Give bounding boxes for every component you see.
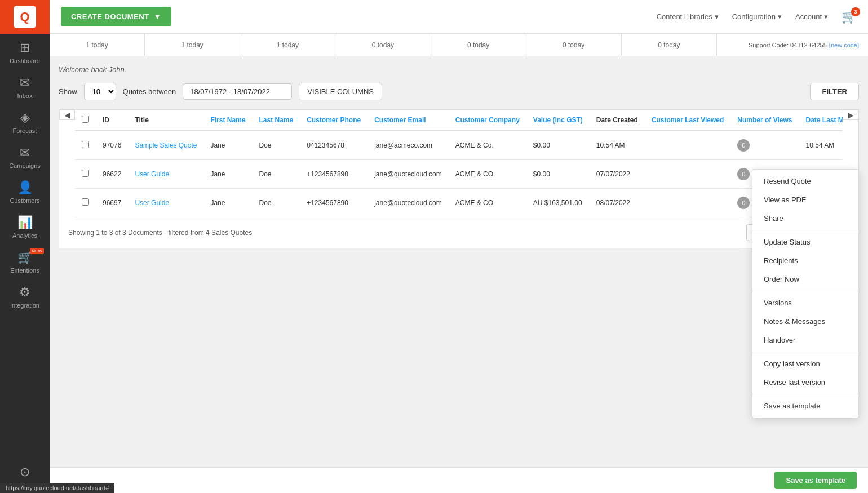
create-document-button[interactable]: CREATE DOCUMENT ▼: [61, 7, 171, 26]
integration-icon: ⚙: [19, 285, 30, 300]
show-label: Show: [59, 87, 77, 96]
configuration-arrow: ▾: [778, 12, 782, 21]
new-code-link[interactable]: [new code]: [829, 42, 859, 48]
table-nav-left[interactable]: ◀: [59, 110, 75, 120]
menu-share[interactable]: Share: [752, 209, 858, 228]
row-company-1: ACME & CO.: [449, 160, 526, 189]
menu-notes-messages[interactable]: Notes & Messages: [752, 312, 858, 331]
row-value-2: AU $163,501.00: [526, 189, 590, 217]
visible-columns-button[interactable]: VISIBLE COLUMNS: [299, 83, 382, 100]
new-badge: NEW: [30, 248, 44, 254]
save-as-template-button[interactable]: Save as template: [774, 472, 857, 489]
row-lastname-0: Doe: [252, 131, 300, 160]
status-bottom-bar: Save as template: [50, 467, 868, 493]
content-libraries-menu[interactable]: Content Libraries ▾: [657, 12, 719, 21]
sidebar-item-campaigns[interactable]: ✉ Campaigns: [0, 139, 50, 174]
col-id: ID: [96, 110, 128, 131]
account-arrow: ▾: [824, 12, 828, 21]
col-email: Customer Email: [367, 110, 449, 131]
sidebar-item-extentions[interactable]: 🛒 NEW Extentions: [0, 243, 50, 278]
row-title-0: Sample Sales Quote: [128, 131, 203, 160]
sidebar-item-customers[interactable]: 👤 Customers: [0, 174, 50, 208]
logo[interactable]: Q: [0, 0, 50, 34]
documents-table: ID Title First Name Last Name Customer P…: [75, 110, 843, 217]
select-all-checkbox[interactable]: [82, 116, 89, 123]
col-value: Value (inc GST): [526, 110, 590, 131]
sidebar-item-label: Integration: [10, 302, 39, 309]
context-menu: Resend Quote View as PDF Share Update St…: [752, 169, 859, 418]
row-title-1: User Guide: [128, 160, 203, 189]
content-libraries-arrow: ▾: [715, 12, 719, 21]
col-date-created: Date Created: [590, 110, 645, 131]
showing-text: Showing 1 to 3 of 3 Documents - filtered…: [68, 229, 252, 237]
views-badge-2: 0: [737, 197, 750, 209]
views-badge-0: 0: [737, 139, 750, 152]
menu-handover[interactable]: Handover: [752, 331, 858, 349]
sidebar-item-label: Extentions: [10, 267, 39, 274]
date-range-input[interactable]: [183, 83, 292, 100]
filter-button[interactable]: FILTER: [810, 83, 859, 100]
sidebar-item-label: Forecast: [13, 127, 37, 134]
sidebar-item-label: Analytics: [12, 232, 37, 239]
cart-button[interactable]: 🛒 3: [842, 10, 857, 24]
sidebar-item-inbox[interactable]: ✉ Inbox: [0, 69, 50, 104]
views-badge-1: 0: [737, 168, 750, 180]
row-checkbox-2[interactable]: [82, 198, 89, 206]
page-area: Welcome back John. Show 10 25 50 Quotes …: [50, 56, 868, 493]
col-views: Number of Views: [730, 110, 799, 131]
menu-copy-last-version[interactable]: Copy last version: [752, 354, 858, 373]
sidebar-item-analytics[interactable]: 📊 Analytics: [0, 208, 50, 243]
sidebar-item-label: Dashboard: [10, 57, 40, 64]
sidebar-item-forecast[interactable]: ◈ Forecast: [0, 104, 50, 139]
table-nav-right[interactable]: ▶: [843, 110, 858, 120]
stats-bar: 1 today 1 today 1 today 0 today 0 today …: [50, 34, 868, 56]
menu-order-now[interactable]: Order Now: [752, 270, 858, 288]
row-firstname-1: Jane: [203, 160, 252, 189]
row-date-created-2: 08/07/2022: [590, 189, 645, 217]
row-id-0: 97076: [96, 131, 128, 160]
row-lastname-2: Doe: [252, 189, 300, 217]
row-firstname-0: Jane: [203, 131, 252, 160]
row-date-created-0: 10:54 AM: [590, 131, 645, 160]
row-firstname-2: Jane: [203, 189, 252, 217]
menu-revise-last-version[interactable]: Revise last version: [752, 373, 858, 392]
row-date-modified-0: 10:54 AM: [799, 131, 843, 160]
sidebar-item-dashboard[interactable]: ⊞ Dashboard: [0, 34, 50, 69]
row-id-1: 96622: [96, 160, 128, 189]
controls-row: Show 10 25 50 Quotes between VISIBLE COL…: [59, 83, 859, 100]
row-last-viewed-2: [645, 189, 730, 217]
show-select[interactable]: 10 25 50: [84, 83, 116, 100]
menu-versions[interactable]: Versions: [752, 294, 858, 312]
stat-item-1: 1 today: [145, 34, 240, 56]
dashboard-icon: ⊞: [20, 41, 30, 55]
logo-icon: Q: [14, 6, 36, 28]
menu-recipients[interactable]: Recipients: [752, 251, 858, 270]
row-checkbox-1[interactable]: [82, 170, 89, 177]
menu-save-as-template[interactable]: Save as template: [752, 397, 858, 415]
row-id-2: 96697: [96, 189, 128, 217]
support-code: Support Code: 04312-64255 [new code]: [717, 34, 868, 56]
table-row: 97076 Sample Sales Quote Jane Doe 041234…: [75, 131, 843, 160]
menu-resend-quote[interactable]: Resend Quote: [752, 172, 858, 190]
configuration-menu[interactable]: Configuration ▾: [732, 12, 782, 21]
topbar-nav: Content Libraries ▾ Configuration ▾ Acco…: [657, 10, 857, 24]
col-date-modified: Date Last Modified: [799, 110, 843, 131]
stat-item-0: 1 today: [50, 34, 145, 56]
row-value-1: $0.00: [526, 160, 590, 189]
sidebar: Q ⊞ Dashboard ✉ Inbox ◈ Forecast ✉ Campa…: [0, 0, 50, 493]
row-email-1: jane@quotecloud.com: [367, 160, 449, 189]
main-content: CREATE DOCUMENT ▼ Content Libraries ▾ Co…: [50, 0, 868, 493]
account-menu[interactable]: Account ▾: [795, 12, 828, 21]
sidebar-item-integration[interactable]: ⚙ Integration: [0, 278, 50, 313]
table-nav-wrapper: ◀ ID Title First Name Last Name Customer…: [59, 109, 859, 217]
row-company-2: ACME & CO: [449, 189, 526, 217]
menu-update-status[interactable]: Update Status: [752, 233, 858, 251]
row-checkbox-0[interactable]: [82, 141, 89, 148]
table-scroll: ID Title First Name Last Name Customer P…: [75, 110, 843, 217]
support-icon: ⊙: [20, 465, 30, 479]
row-phone-2: +1234567890: [300, 189, 367, 217]
menu-view-pdf[interactable]: View as PDF: [752, 190, 858, 209]
sidebar-item-label: Inbox: [17, 92, 33, 99]
table-row: 96622 User Guide Jane Doe +1234567890 ja…: [75, 160, 843, 189]
col-title: Title: [128, 110, 203, 131]
